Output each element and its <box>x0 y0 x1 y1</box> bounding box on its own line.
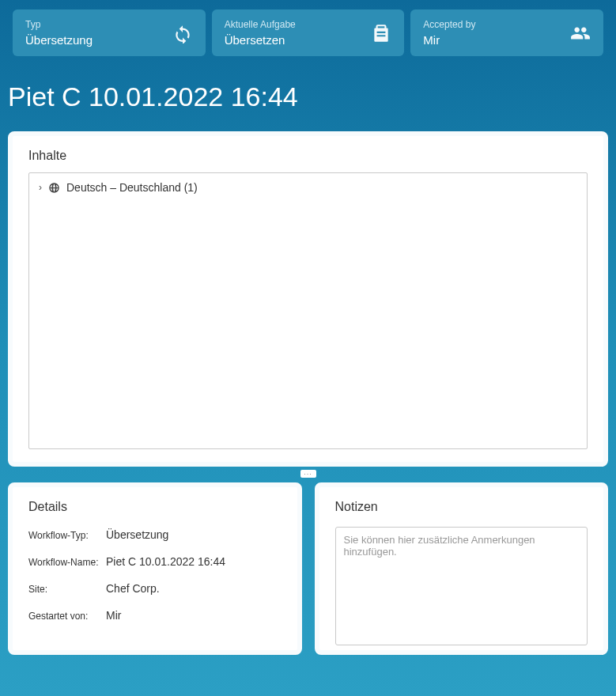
detail-row-started: Gestartet von: Mir <box>28 609 282 622</box>
tree-item-label: Deutsch – Deutschland (1) <box>66 181 198 194</box>
details-heading: Details <box>28 500 282 514</box>
notes-textarea[interactable] <box>335 527 588 645</box>
clipboard-icon <box>371 23 391 44</box>
detail-row-site: Site: Chef Corp. <box>28 582 282 595</box>
card-accepted-value: Mir <box>423 33 475 47</box>
recycle-icon <box>172 23 193 44</box>
card-type-value: Übersetzung <box>25 33 93 47</box>
globe-icon <box>48 182 60 194</box>
detail-value-name: Piet C 10.01.2022 16:44 <box>106 555 225 568</box>
card-type: Typ Übersetzung <box>13 9 206 56</box>
card-task-label: Aktuelle Aufgabe <box>225 19 296 30</box>
users-icon <box>570 23 591 44</box>
panel-notes: Notizen <box>315 482 609 655</box>
page-title: Piet C 10.01.2022 16:44 <box>0 67 616 131</box>
notes-heading: Notizen <box>335 500 588 514</box>
card-accepted-label: Accepted by <box>423 19 475 30</box>
detail-row-name: Workflow-Name: Piet C 10.01.2022 16:44 <box>28 555 282 568</box>
splitter-handle[interactable]: ... <box>300 470 316 478</box>
detail-value-started: Mir <box>106 609 121 622</box>
detail-value-type: Übersetzung <box>106 528 168 541</box>
tree-item-deutsch[interactable]: › Deutsch – Deutschland (1) <box>39 181 577 194</box>
card-accepted: Accepted by Mir <box>410 9 603 56</box>
inhalte-heading: Inhalte <box>28 149 588 163</box>
detail-label-name: Workflow-Name: <box>28 557 106 568</box>
detail-label-site: Site: <box>28 584 106 595</box>
content-tree: › Deutsch – Deutschland (1) <box>28 172 588 449</box>
detail-label-type: Workflow-Typ: <box>28 530 106 541</box>
card-type-label: Typ <box>25 19 93 30</box>
panel-inhalte: Inhalte › Deutsch – Deutschland (1) <box>8 131 608 467</box>
chevron-right-icon: › <box>39 182 42 193</box>
detail-row-type: Workflow-Typ: Übersetzung <box>28 528 282 541</box>
card-task: Aktuelle Aufgabe Übersetzen <box>212 9 405 56</box>
panel-details: Details Workflow-Typ: Übersetzung Workfl… <box>8 482 302 655</box>
card-task-value: Übersetzen <box>225 33 296 47</box>
detail-value-site: Chef Corp. <box>106 582 160 595</box>
detail-label-started: Gestartet von: <box>28 611 106 622</box>
